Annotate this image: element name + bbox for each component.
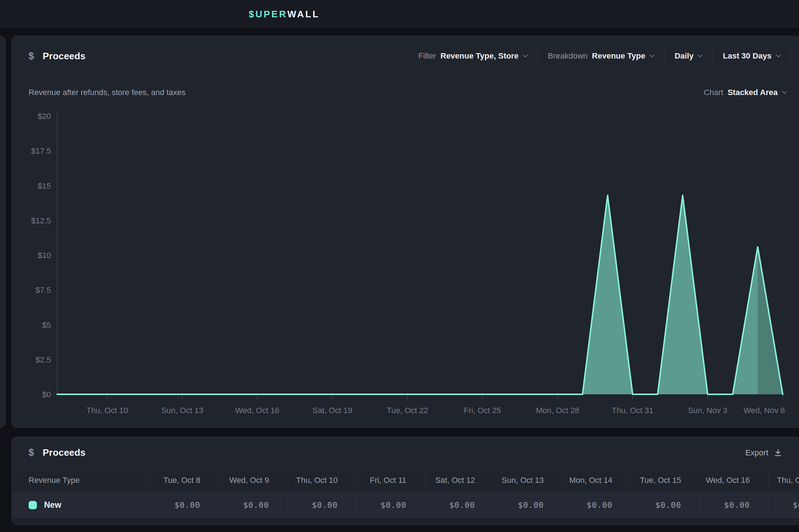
control-divider — [790, 49, 791, 63]
x-axis-label: Thu, Oct 31 — [612, 406, 653, 415]
value-cell: $0.00 — [631, 492, 700, 518]
chart-type-label: Chart — [704, 88, 723, 97]
export-label: Export — [745, 448, 768, 458]
y-axis-label: $10 — [38, 251, 51, 260]
date-range-value: Last 30 Days — [723, 51, 772, 61]
column-header-date: Sat, Oct 12 — [425, 469, 494, 492]
breakdown-dropdown[interactable]: Breakdown Revenue Type — [548, 51, 654, 61]
logo-accent: $UPER — [249, 9, 287, 20]
dollar-icon: $ — [29, 51, 34, 62]
dollar-icon: $ — [29, 447, 34, 458]
y-axis-label: $15 — [38, 181, 51, 190]
chart-subtitle: Revenue after refunds, store fees, and t… — [29, 88, 185, 97]
row-label: New — [44, 500, 61, 510]
value-cell: $0.00 — [288, 492, 356, 518]
table-card-title: Proceeds — [43, 447, 86, 458]
x-axis-label: Tue, Oct 22 — [387, 406, 428, 415]
value-cell: $0.00 — [769, 492, 799, 518]
interval-dropdown[interactable]: Daily — [675, 51, 702, 61]
export-button[interactable]: Export — [745, 448, 783, 458]
control-divider — [664, 49, 665, 63]
value-cell: $0.00 — [425, 492, 494, 518]
interval-value: Daily — [675, 51, 694, 61]
y-axis-label: $0 — [42, 390, 51, 399]
column-header-date: Fri, Oct 11 — [356, 469, 425, 492]
x-axis-label: Sun, Oct 13 — [161, 406, 203, 415]
column-header-date: Tue, Oct 15 — [631, 469, 700, 492]
x-axis-label: Wed, Nov 6 — [743, 406, 785, 415]
filter-dropdown[interactable]: Filter Revenue Type, Store — [418, 51, 527, 61]
proceeds-chart-card: $ Proceeds Filter Revenue Type, Store Br… — [12, 36, 799, 428]
chart-card-title: Proceeds — [43, 51, 86, 62]
chevron-down-icon — [698, 52, 703, 57]
y-axis-label: $7.5 — [35, 286, 51, 295]
column-header-date: Wed, Oct 9 — [219, 469, 288, 492]
area-fill-new — [57, 195, 783, 394]
y-axis-label: $2.5 — [35, 355, 51, 364]
y-axis-label: $5 — [42, 321, 51, 330]
value-cell: $0.00 — [356, 492, 425, 518]
chart-type-value: Stacked Area — [727, 88, 778, 97]
series-swatch-icon — [29, 501, 37, 509]
y-axis-label: $20 — [38, 112, 51, 121]
value-cell: $0.00 — [494, 492, 563, 518]
proceeds-table-card: $ Proceeds Export Revenue TypeTue, Oct 8… — [12, 437, 799, 525]
breakdown-value: Revenue Type — [592, 51, 645, 61]
chart-controls: Filter Revenue Type, Store Breakdown Rev… — [418, 49, 791, 63]
table-header-row: Revenue TypeTue, Oct 8Wed, Oct 9Thu, Oct… — [12, 469, 799, 492]
column-header-revenue-type: Revenue Type — [12, 469, 150, 492]
superwall-logo[interactable]: $UPERWALL — [249, 0, 320, 28]
adjacent-card-sliver — [0, 36, 5, 428]
chevron-down-icon — [523, 52, 528, 57]
filter-value: Revenue Type, Store — [440, 51, 518, 61]
download-icon — [773, 448, 783, 458]
x-axis-label: Mon, Oct 28 — [536, 406, 579, 415]
x-axis-label: Sat, Oct 19 — [312, 406, 352, 415]
row-label-cell: New — [12, 492, 150, 518]
date-range-dropdown[interactable]: Last 30 Days — [723, 51, 780, 61]
column-header-date: Thu, Oct 10 — [288, 469, 356, 492]
x-axis-label: Fri, Oct 25 — [464, 406, 501, 415]
chevron-down-icon — [782, 89, 787, 94]
x-axis-label: Sun, Nov 3 — [688, 406, 727, 415]
table-next-row-partial — [12, 518, 799, 525]
x-axis-label: Thu, Oct 10 — [86, 406, 128, 415]
table-row[interactable]: New$0.00$0.00$0.00$0.00$0.00$0.00$0.00$0… — [12, 492, 799, 518]
control-divider — [537, 49, 538, 63]
value-cell: $0.00 — [150, 492, 219, 518]
value-cell: $0.00 — [219, 492, 288, 518]
column-header-date: Tue, Oct 8 — [150, 469, 219, 492]
chevron-down-icon — [776, 52, 781, 57]
chevron-down-icon — [650, 52, 655, 57]
chart-subheader: Revenue after refunds, store fees, and t… — [12, 76, 799, 109]
column-header-date: Wed, Oct 16 — [700, 469, 769, 492]
table-card-header: $ Proceeds Export — [12, 437, 799, 468]
column-header-date: Thu, Oct 17 — [769, 469, 799, 492]
proceeds-table: Revenue TypeTue, Oct 8Wed, Oct 9Thu, Oct… — [12, 468, 799, 518]
top-bar: $UPERWALL — [0, 0, 799, 28]
adjacent-card-header-divider — [0, 76, 5, 77]
chart-type-dropdown[interactable]: Chart Stacked Area — [704, 88, 786, 97]
value-cell: $0.00 — [563, 492, 631, 518]
y-axis-label: $17.5 — [31, 146, 51, 155]
logo-rest: WALL — [287, 9, 320, 20]
column-header-date: Sun, Oct 13 — [494, 469, 563, 492]
breakdown-label: Breakdown — [548, 51, 588, 61]
column-header-date: Mon, Oct 14 — [563, 469, 631, 492]
control-divider — [712, 49, 713, 63]
page: $UPERWALL $ Proceeds Filter Revenue Type… — [0, 0, 799, 532]
filter-label: Filter — [418, 51, 436, 61]
value-cell: $0.00 — [700, 492, 769, 518]
chart-card-header: $ Proceeds Filter Revenue Type, Store Br… — [12, 36, 799, 76]
y-axis-label: $12.5 — [31, 216, 51, 225]
stacked-area-chart[interactable]: $0$2.5$5$7.5$10$12.5$15$17.5$20Thu, Oct … — [12, 109, 799, 427]
x-axis-label: Wed, Oct 16 — [235, 406, 279, 415]
